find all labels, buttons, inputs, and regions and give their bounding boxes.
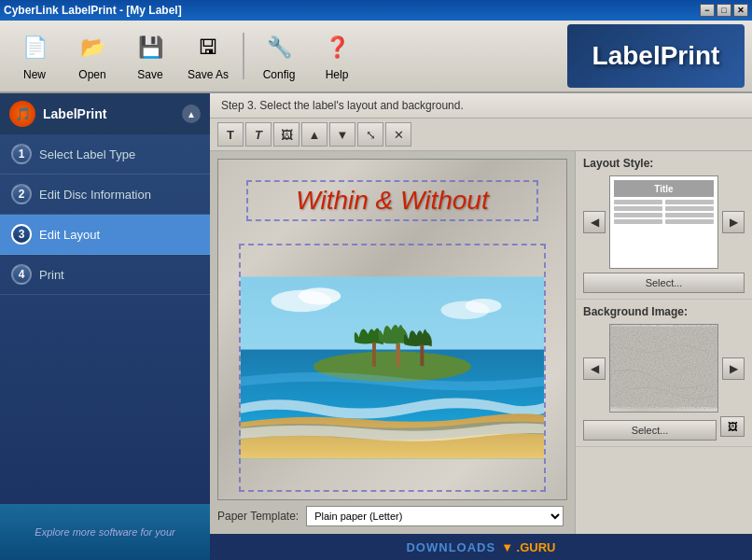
svg-rect-11	[610, 327, 717, 407]
main-content: 🎵 LabelPrint ▲ 1 Select Label Type 2 Edi…	[0, 93, 752, 560]
svg-rect-7	[372, 343, 376, 367]
saveas-button[interactable]: 🖫 Save As	[181, 24, 235, 88]
title-text: Within & Without	[296, 186, 488, 215]
layout-nav: ◀ Title	[583, 175, 745, 269]
styled-text-btn[interactable]: T	[245, 122, 272, 147]
canvas-area: Within & Without	[210, 151, 575, 534]
paper-template-label: Paper Template:	[217, 510, 299, 523]
layout-line-row-2	[614, 206, 714, 211]
bg-next-button[interactable]: ▶	[722, 357, 745, 380]
logo-text: LabelPrint	[592, 41, 720, 71]
layout-preview-title: Title	[614, 180, 714, 197]
config-button[interactable]: 🔧 Config	[252, 24, 306, 88]
watermark-logo: ▼ .GURU	[501, 540, 555, 554]
maximize-button[interactable]: □	[717, 4, 731, 17]
sidebar-header: 🎵 LabelPrint ▲	[0, 93, 210, 134]
help-button[interactable]: ❓ Help	[310, 24, 364, 88]
paper-template-row: Paper Template: Plain paper (Letter)	[217, 500, 567, 526]
layout-line	[665, 206, 714, 211]
collapse-button[interactable]: ▲	[182, 105, 201, 123]
image-box[interactable]	[239, 244, 546, 492]
layout-line	[614, 213, 662, 217]
open-label: Open	[78, 68, 105, 81]
new-icon: 📄	[18, 31, 51, 64]
right-panel: Layout Style: ◀ Title	[575, 151, 752, 534]
step-label-2: Edit Disc Information	[39, 188, 151, 202]
step-number-3: 3	[11, 224, 32, 245]
new-button[interactable]: 📄 New	[7, 24, 62, 88]
save-icon: 💾	[133, 31, 167, 64]
background-image-section: Background Image: ◀	[576, 300, 752, 447]
sidebar-item-print[interactable]: 4 Print	[0, 255, 210, 295]
delete-btn[interactable]: ✕	[385, 122, 411, 147]
title-bar: CyberLink LabelPrint - [My Label] − □ ✕	[0, 0, 752, 21]
watermark-text: DOWNLOADS	[406, 540, 495, 554]
step-label-3: Edit Layout	[39, 228, 100, 242]
bg-preview	[609, 324, 718, 413]
bg-prev-button[interactable]: ◀	[583, 357, 606, 380]
layout-line	[614, 200, 662, 204]
step-number-4: 4	[11, 264, 32, 285]
step-number-2: 2	[11, 184, 32, 204]
logo-area: LabelPrint	[567, 24, 745, 88]
saveas-label: Save As	[188, 68, 229, 81]
help-icon: ❓	[320, 31, 354, 64]
paper-template-select[interactable]: Plain paper (Letter)	[306, 506, 564, 526]
svg-rect-9	[420, 344, 424, 366]
help-label: Help	[326, 68, 349, 81]
window-title: CyberLink LabelPrint - [My Label]	[4, 4, 182, 17]
step-label-4: Print	[39, 268, 64, 282]
layout-line	[614, 219, 662, 224]
layout-preview: Title	[609, 175, 718, 269]
sidebar-item-edit-disc[interactable]: 2 Edit Disc Information	[0, 175, 210, 215]
svg-point-2	[299, 287, 341, 304]
minimize-button[interactable]: −	[700, 4, 715, 17]
layout-line-row-3	[614, 213, 714, 217]
layout-line	[665, 213, 714, 217]
layout-prev-button[interactable]: ◀	[583, 211, 606, 233]
add-image-btn[interactable]: 🖼	[273, 122, 299, 147]
layout-next-button[interactable]: ▶	[722, 211, 745, 233]
layout-line	[665, 219, 714, 224]
svg-point-4	[466, 299, 502, 314]
panel-bottom-buttons: Select... 🖼	[583, 416, 745, 441]
text-btn[interactable]: T	[217, 122, 244, 147]
step-number-1: 1	[11, 144, 32, 164]
move-up-btn[interactable]: ▲	[301, 122, 327, 147]
close-button[interactable]: ✕	[733, 4, 748, 17]
bg-folder-button[interactable]: 🖼	[720, 416, 745, 437]
step-label-1: Select Label Type	[39, 147, 135, 161]
disc-canvas[interactable]: Within & Without	[217, 159, 567, 500]
layout-line	[665, 200, 714, 204]
sidebar-promo: Explore more software for your	[0, 504, 210, 560]
bg-nav: ◀	[583, 324, 745, 413]
select-bg-button[interactable]: Select...	[583, 420, 717, 441]
config-icon: 🔧	[262, 31, 296, 64]
step-instruction: Step 3. Select the label's layout and ba…	[210, 93, 752, 119]
beach-scene-svg	[241, 245, 544, 490]
app-name: LabelPrint	[43, 106, 106, 121]
layout-line-row-4	[614, 219, 714, 224]
sidebar-item-edit-layout[interactable]: 3 Edit Layout	[0, 215, 210, 255]
bg-preview-svg	[610, 325, 717, 409]
select-layout-button[interactable]: Select...	[583, 273, 745, 293]
content-area: Step 3. Select the label's layout and ba…	[210, 93, 752, 560]
save-button[interactable]: 💾 Save	[123, 24, 177, 88]
open-icon: 📂	[76, 31, 109, 64]
move-down-btn[interactable]: ▼	[329, 122, 355, 147]
config-label: Config	[263, 68, 296, 81]
watermark-bar: DOWNLOADS ▼ .GURU	[210, 534, 752, 560]
svg-rect-8	[396, 343, 400, 367]
promo-text: Explore more software for your	[35, 526, 174, 538]
saveas-icon: 🖫	[191, 31, 225, 64]
resize-btn[interactable]: ⤡	[357, 122, 383, 147]
background-image-label: Background Image:	[583, 305, 745, 318]
new-label: New	[23, 68, 46, 81]
canvas-panel: Within & Without	[210, 151, 752, 534]
title-text-box[interactable]: Within & Without	[246, 180, 538, 221]
sidebar-item-select-label[interactable]: 1 Select Label Type	[0, 134, 210, 175]
toolbar: 📄 New 📂 Open 💾 Save 🖫 Save As 🔧 Config ❓…	[0, 21, 752, 93]
open-button[interactable]: 📂 Open	[65, 24, 119, 88]
save-label: Save	[137, 68, 162, 81]
layout-style-label: Layout Style:	[583, 157, 745, 170]
